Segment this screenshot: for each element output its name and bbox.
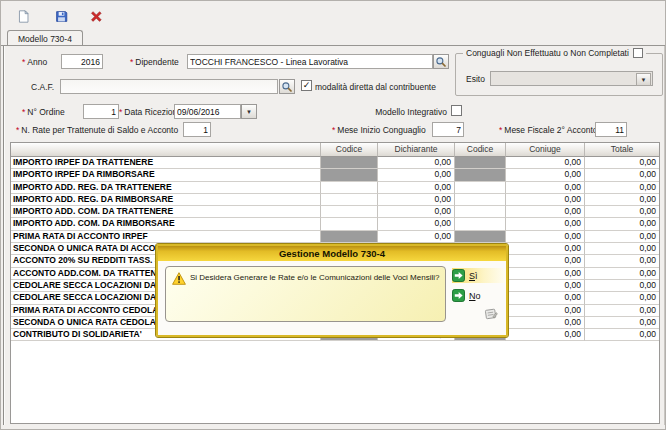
coniuge-cell[interactable]: 0,00 [506,280,585,292]
table-row[interactable]: IMPORTO ADD. COM. DA RIMBORSARE0,000,000… [11,218,659,230]
dipendente-field[interactable] [187,54,433,69]
save-button[interactable] [51,6,71,26]
esito-dropdown[interactable]: ▼ [490,71,653,86]
coniuge-cell[interactable]: 0,00 [506,231,585,243]
conguagli-checkbox[interactable] [633,48,643,58]
dipendente-lookup-button[interactable] [433,54,449,69]
n-ordine-label: *N° Ordine [22,107,65,117]
coniuge-cell[interactable]: 0,00 [506,218,585,230]
required-asterisk: * [16,125,19,135]
header-codice-coniuge[interactable]: Codice [455,143,506,157]
dichiarante-cell[interactable]: 0,00 [378,182,455,194]
modello-integrativo-label: Modello Integrativo [359,107,447,117]
si-button[interactable]: Sì [452,268,505,283]
delete-button[interactable] [85,6,105,26]
new-document-button[interactable] [13,6,33,26]
codice-coniuge-cell[interactable] [455,157,506,169]
totale-cell[interactable]: 0,00 [585,157,659,169]
header-codice-dichiarante[interactable]: Codice [321,143,378,157]
header-empty[interactable] [11,143,321,157]
n-ordine-field[interactable] [83,104,119,119]
totale-cell[interactable]: 0,00 [585,317,659,329]
totale-cell[interactable]: 0,00 [585,329,659,341]
dialog-title: Gestione Modello 730-4 [158,246,506,261]
codice-dichiarante-cell[interactable] [321,194,378,206]
caf-lookup-button[interactable] [279,79,295,94]
data-ricezione-calendar-button[interactable]: ▼ [241,104,257,119]
mese-inizio-field[interactable] [432,122,464,137]
totale-cell[interactable]: 0,00 [585,169,659,181]
codice-coniuge-cell[interactable] [455,231,506,243]
table-row[interactable]: IMPORTO ADD. REG. DA RIMBORSARE0,000,000… [11,194,659,206]
n-rate-field[interactable] [183,122,211,137]
coniuge-cell[interactable]: 0,00 [506,317,585,329]
row-label: IMPORTO ADD. REG. DA RIMBORSARE [11,194,321,206]
codice-dichiarante-cell[interactable] [321,157,378,169]
table-row[interactable]: IMPORTO IRPEF DA TRATTENERE0,000,000,00 [11,157,659,169]
totale-cell[interactable]: 0,00 [585,194,659,206]
coniuge-cell[interactable]: 0,00 [506,292,585,304]
note-icon[interactable] [482,305,499,322]
codice-dichiarante-cell[interactable] [321,231,378,243]
esito-dropdown-button[interactable]: ▼ [636,73,651,86]
dichiarante-cell[interactable]: 0,00 [378,169,455,181]
caf-field[interactable] [60,79,278,94]
totale-cell[interactable]: 0,00 [585,305,659,317]
totale-cell[interactable]: 0,00 [585,206,659,218]
table-row[interactable]: IMPORTO ADD. REG. DA TRATTENERE0,000,000… [11,182,659,194]
dichiarante-cell[interactable]: 0,00 [378,194,455,206]
header-dichiarante[interactable]: Dichiarante [378,143,455,157]
totale-cell[interactable]: 0,00 [585,231,659,243]
table-row[interactable]: PRIMA RATA DI ACCONTO IRPEF0,000,000,00 [11,231,659,243]
dichiarante-cell[interactable]: 0,00 [378,206,455,218]
totale-cell[interactable]: 0,00 [585,280,659,292]
required-asterisk: * [22,57,25,67]
required-asterisk: * [22,107,25,117]
totale-cell[interactable]: 0,00 [585,292,659,304]
chevron-down-icon: ▼ [246,109,252,115]
totale-cell[interactable]: 0,00 [585,268,659,280]
codice-dichiarante-cell[interactable] [321,169,378,181]
header-coniuge[interactable]: Coniuge [506,143,585,157]
dialog-message: Si Desidera Generare le Rate e/o le Comu… [190,273,440,283]
coniuge-cell[interactable]: 0,00 [506,206,585,218]
codice-coniuge-cell[interactable] [455,194,506,206]
totale-cell[interactable]: 0,00 [585,218,659,230]
codice-dichiarante-cell[interactable] [321,206,378,218]
totale-cell[interactable]: 0,00 [585,243,659,255]
mese-fiscale-field[interactable] [595,122,627,137]
coniuge-cell[interactable]: 0,00 [506,329,585,341]
chevron-down-icon: ▼ [641,77,647,83]
codice-coniuge-cell[interactable] [455,218,506,230]
dichiarante-cell[interactable]: 0,00 [378,231,455,243]
coniuge-cell[interactable]: 0,00 [506,243,585,255]
coniuge-cell[interactable]: 0,00 [506,268,585,280]
dichiarante-cell[interactable]: 0,00 [378,157,455,169]
codice-coniuge-cell[interactable] [455,169,506,181]
data-ricezione-field[interactable] [174,104,241,119]
no-button[interactable]: No [452,288,505,303]
coniuge-cell[interactable]: 0,00 [506,194,585,206]
coniuge-cell[interactable]: 0,00 [506,169,585,181]
modalita-diretta-checkbox[interactable]: ✓ [301,80,312,91]
coniuge-cell[interactable]: 0,00 [506,255,585,267]
coniuge-cell[interactable]: 0,00 [506,157,585,169]
anno-field[interactable] [61,54,103,69]
toolbar [1,1,665,29]
table-row[interactable]: IMPORTO IRPEF DA RIMBORSARE0,000,000,00 [11,169,659,181]
app-window: Modello 730-4 *Anno *Dipendente C.A.F. ✓… [0,0,666,430]
coniuge-cell[interactable]: 0,00 [506,305,585,317]
codice-dichiarante-cell[interactable] [321,182,378,194]
codice-coniuge-cell[interactable] [455,206,506,218]
tab-bar: Modello 730-4 [1,29,665,46]
modello-integrativo-checkbox[interactable] [451,105,462,116]
totale-cell[interactable]: 0,00 [585,182,659,194]
table-row[interactable]: IMPORTO ADD. COM. DA TRATTENERE0,000,000… [11,206,659,218]
row-label: PRIMA RATA DI ACCONTO IRPEF [11,231,321,243]
coniuge-cell[interactable]: 0,00 [506,182,585,194]
codice-coniuge-cell[interactable] [455,182,506,194]
header-totale[interactable]: Totale [585,143,659,157]
totale-cell[interactable]: 0,00 [585,255,659,267]
dichiarante-cell[interactable]: 0,00 [378,218,455,230]
codice-dichiarante-cell[interactable] [321,218,378,230]
